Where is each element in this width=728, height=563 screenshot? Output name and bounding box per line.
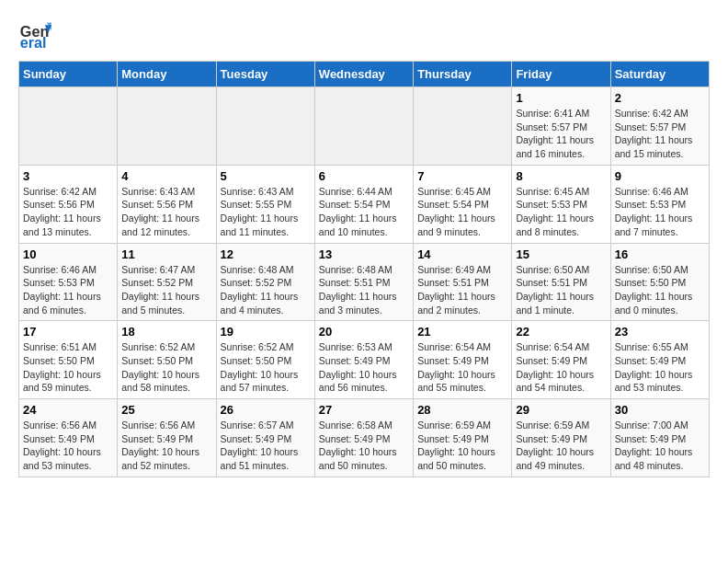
day-number: 10 — [23, 247, 113, 261]
calendar-cell: 24Sunrise: 6:56 AM Sunset: 5:49 PM Dayli… — [19, 399, 118, 477]
calendar-cell: 28Sunrise: 6:59 AM Sunset: 5:49 PM Dayli… — [414, 399, 512, 477]
calendar-cell: 16Sunrise: 6:50 AM Sunset: 5:50 PM Dayli… — [610, 243, 709, 321]
day-number: 19 — [221, 325, 311, 339]
calendar-cell: 21Sunrise: 6:54 AM Sunset: 5:49 PM Dayli… — [414, 321, 512, 399]
day-number: 15 — [516, 247, 606, 261]
calendar-cell: 30Sunrise: 7:00 AM Sunset: 5:49 PM Dayli… — [610, 399, 709, 477]
day-info: Sunrise: 6:53 AM Sunset: 5:49 PM Dayligh… — [319, 340, 409, 395]
weekday-header: Friday — [512, 62, 610, 87]
day-number: 8 — [516, 169, 606, 183]
calendar-cell: 7Sunrise: 6:45 AM Sunset: 5:54 PM Daylig… — [414, 165, 512, 243]
weekday-header: Tuesday — [216, 62, 314, 87]
day-number: 25 — [121, 403, 211, 417]
day-info: Sunrise: 6:52 AM Sunset: 5:50 PM Dayligh… — [121, 340, 211, 395]
weekday-header: Saturday — [610, 62, 709, 87]
day-number: 21 — [417, 325, 507, 339]
calendar-cell: 20Sunrise: 6:53 AM Sunset: 5:49 PM Dayli… — [314, 321, 413, 399]
calendar-week-row: 1Sunrise: 6:41 AM Sunset: 5:57 PM Daylig… — [19, 87, 710, 166]
day-info: Sunrise: 6:51 AM Sunset: 5:50 PM Dayligh… — [23, 340, 113, 395]
day-number: 28 — [417, 403, 507, 417]
day-number: 2 — [615, 91, 705, 105]
calendar-cell — [414, 87, 512, 166]
day-info: Sunrise: 6:42 AM Sunset: 5:57 PM Dayligh… — [615, 107, 705, 161]
page-header: Gen eral — [18, 18, 710, 52]
day-info: Sunrise: 6:48 AM Sunset: 5:51 PM Dayligh… — [319, 263, 409, 317]
day-number: 1 — [516, 91, 606, 105]
calendar-cell: 27Sunrise: 6:58 AM Sunset: 5:49 PM Dayli… — [314, 399, 413, 477]
calendar-week-row: 10Sunrise: 6:46 AM Sunset: 5:53 PM Dayli… — [19, 243, 710, 321]
day-number: 12 — [221, 247, 311, 261]
day-number: 11 — [121, 247, 211, 261]
day-number: 24 — [23, 403, 113, 417]
day-info: Sunrise: 6:50 AM Sunset: 5:50 PM Dayligh… — [615, 263, 705, 317]
weekday-header: Monday — [118, 62, 216, 87]
calendar-cell: 5Sunrise: 6:43 AM Sunset: 5:55 PM Daylig… — [216, 165, 314, 243]
svg-text:eral: eral — [20, 34, 47, 51]
day-info: Sunrise: 6:47 AM Sunset: 5:52 PM Dayligh… — [121, 263, 211, 317]
day-number: 9 — [615, 169, 705, 183]
calendar-cell — [118, 87, 216, 166]
calendar-week-row: 17Sunrise: 6:51 AM Sunset: 5:50 PM Dayli… — [19, 321, 710, 399]
calendar-cell: 22Sunrise: 6:54 AM Sunset: 5:49 PM Dayli… — [512, 321, 610, 399]
calendar-cell — [216, 87, 314, 166]
day-info: Sunrise: 6:49 AM Sunset: 5:51 PM Dayligh… — [417, 263, 507, 317]
day-number: 13 — [319, 247, 409, 261]
day-number: 6 — [319, 169, 409, 183]
calendar-cell: 26Sunrise: 6:57 AM Sunset: 5:49 PM Dayli… — [216, 399, 314, 477]
day-info: Sunrise: 6:45 AM Sunset: 5:53 PM Dayligh… — [516, 185, 606, 239]
day-info: Sunrise: 6:56 AM Sunset: 5:49 PM Dayligh… — [23, 419, 113, 473]
calendar-cell: 12Sunrise: 6:48 AM Sunset: 5:52 PM Dayli… — [216, 243, 314, 321]
day-number: 17 — [23, 325, 113, 339]
day-info: Sunrise: 6:50 AM Sunset: 5:51 PM Dayligh… — [516, 263, 606, 317]
calendar-cell: 17Sunrise: 6:51 AM Sunset: 5:50 PM Dayli… — [19, 321, 118, 399]
day-number: 27 — [319, 403, 409, 417]
logo-icon: Gen eral — [18, 18, 51, 52]
calendar-cell: 10Sunrise: 6:46 AM Sunset: 5:53 PM Dayli… — [19, 243, 118, 321]
calendar-cell: 4Sunrise: 6:43 AM Sunset: 5:56 PM Daylig… — [118, 165, 216, 243]
weekday-row: SundayMondayTuesdayWednesdayThursdayFrid… — [19, 62, 710, 87]
day-number: 29 — [516, 403, 606, 417]
day-number: 14 — [417, 247, 507, 261]
weekday-header: Thursday — [414, 62, 512, 87]
day-info: Sunrise: 6:58 AM Sunset: 5:49 PM Dayligh… — [319, 419, 409, 473]
calendar-cell: 14Sunrise: 6:49 AM Sunset: 5:51 PM Dayli… — [414, 243, 512, 321]
calendar-cell: 23Sunrise: 6:55 AM Sunset: 5:49 PM Dayli… — [610, 321, 709, 399]
calendar-cell: 18Sunrise: 6:52 AM Sunset: 5:50 PM Dayli… — [118, 321, 216, 399]
calendar-table: SundayMondayTuesdayWednesdayThursdayFrid… — [18, 61, 710, 477]
day-number: 18 — [121, 325, 211, 339]
day-info: Sunrise: 6:43 AM Sunset: 5:56 PM Dayligh… — [121, 185, 211, 239]
calendar-cell — [314, 87, 413, 166]
day-number: 20 — [319, 325, 409, 339]
day-number: 26 — [221, 403, 311, 417]
day-info: Sunrise: 6:44 AM Sunset: 5:54 PM Dayligh… — [319, 185, 409, 239]
calendar-cell: 29Sunrise: 6:59 AM Sunset: 5:49 PM Dayli… — [512, 399, 610, 477]
day-info: Sunrise: 6:43 AM Sunset: 5:55 PM Dayligh… — [221, 185, 311, 239]
day-number: 23 — [615, 325, 705, 339]
calendar-week-row: 3Sunrise: 6:42 AM Sunset: 5:56 PM Daylig… — [19, 165, 710, 243]
day-number: 16 — [615, 247, 705, 261]
day-info: Sunrise: 6:45 AM Sunset: 5:54 PM Dayligh… — [417, 185, 507, 239]
day-number: 3 — [23, 169, 113, 183]
day-info: Sunrise: 6:54 AM Sunset: 5:49 PM Dayligh… — [516, 340, 606, 395]
calendar-cell: 13Sunrise: 6:48 AM Sunset: 5:51 PM Dayli… — [314, 243, 413, 321]
logo: Gen eral — [18, 18, 55, 52]
weekday-header: Sunday — [19, 62, 118, 87]
day-info: Sunrise: 6:55 AM Sunset: 5:49 PM Dayligh… — [615, 340, 705, 395]
calendar-cell: 1Sunrise: 6:41 AM Sunset: 5:57 PM Daylig… — [512, 87, 610, 166]
day-info: Sunrise: 6:56 AM Sunset: 5:49 PM Dayligh… — [121, 419, 211, 473]
day-number: 7 — [417, 169, 507, 183]
day-info: Sunrise: 6:54 AM Sunset: 5:49 PM Dayligh… — [417, 340, 507, 395]
calendar-body: 1Sunrise: 6:41 AM Sunset: 5:57 PM Daylig… — [19, 87, 710, 477]
calendar-cell — [19, 87, 118, 166]
day-info: Sunrise: 6:46 AM Sunset: 5:53 PM Dayligh… — [23, 263, 113, 317]
day-info: Sunrise: 6:57 AM Sunset: 5:49 PM Dayligh… — [221, 419, 311, 473]
calendar-cell: 3Sunrise: 6:42 AM Sunset: 5:56 PM Daylig… — [19, 165, 118, 243]
day-number: 22 — [516, 325, 606, 339]
day-info: Sunrise: 6:59 AM Sunset: 5:49 PM Dayligh… — [516, 419, 606, 473]
calendar-cell: 8Sunrise: 6:45 AM Sunset: 5:53 PM Daylig… — [512, 165, 610, 243]
calendar-cell: 6Sunrise: 6:44 AM Sunset: 5:54 PM Daylig… — [314, 165, 413, 243]
calendar-cell: 19Sunrise: 6:52 AM Sunset: 5:50 PM Dayli… — [216, 321, 314, 399]
calendar-week-row: 24Sunrise: 6:56 AM Sunset: 5:49 PM Dayli… — [19, 399, 710, 477]
calendar-cell: 9Sunrise: 6:46 AM Sunset: 5:53 PM Daylig… — [610, 165, 709, 243]
day-info: Sunrise: 6:52 AM Sunset: 5:50 PM Dayligh… — [221, 340, 311, 395]
